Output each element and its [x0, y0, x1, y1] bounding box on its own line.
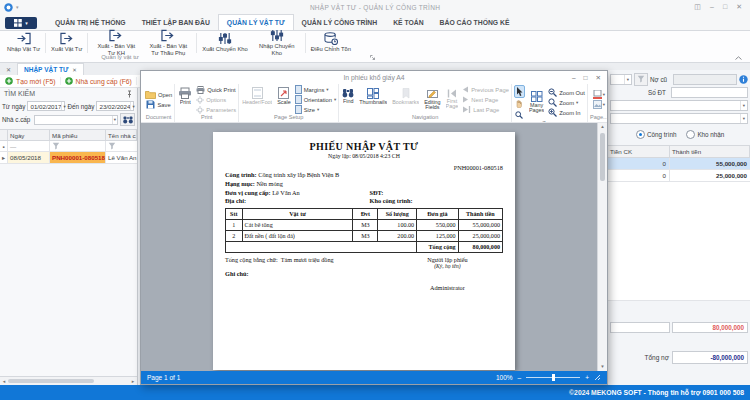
dialog-title-bar[interactable]: In phiếu khổ giấy A4 – □ ✕: [141, 71, 607, 84]
xuat-chuyen-kho-button[interactable]: Xuất Chuyển Kho: [199, 31, 250, 53]
filter-button[interactable]: [634, 73, 648, 86]
zoom-in-button[interactable]: Zoom In: [548, 108, 585, 117]
from-date-input[interactable]: 01/02/2017 ▾: [27, 101, 65, 111]
scale-button[interactable]: Scale: [276, 87, 292, 112]
quick-print-button[interactable]: Quick Print: [196, 85, 236, 94]
scroll-left-icon[interactable]: ◂: [0, 378, 8, 384]
combo-field[interactable]: ▾: [610, 74, 632, 85]
chevron-down-icon[interactable]: ▾: [61, 102, 66, 110]
zoom-minus-icon[interactable]: –: [518, 374, 522, 381]
ribbon-tab-bao-cao-thong-ke[interactable]: BÁO CÁO THỐNG KÊ: [432, 15, 518, 30]
zoom-out-button[interactable]: Zoom Out: [548, 88, 585, 97]
info-icon[interactable]: [739, 75, 748, 84]
filter-cell[interactable]: [50, 141, 106, 151]
horizontal-scrollbar[interactable]: ◂ ▸: [0, 376, 137, 385]
column-header-thanh-tien[interactable]: Thành tiền: [670, 146, 750, 157]
column-header-tien-ck[interactable]: Tiền CK: [608, 146, 670, 157]
page-color-button[interactable]: ▾: [593, 90, 605, 99]
dialog-launcher-icon[interactable]: [370, 55, 375, 60]
margins-button[interactable]: Margins▾: [295, 85, 337, 94]
xuat-ban-vat-tu-kh-button[interactable]: Xuất - Bán Vật Tư KH: [90, 28, 142, 56]
header-footer-button[interactable]: Header/Footer: [241, 87, 273, 112]
column-header-ten-nha-cc[interactable]: Tên nhà c.c: [106, 130, 137, 140]
thumbnails-button[interactable]: Thumbnails: [358, 88, 388, 112]
cell-code[interactable]: PNH00001-080518: [50, 152, 106, 163]
style-icon[interactable]: ◫: [694, 3, 701, 11]
radio-kho-nhan[interactable]: [686, 130, 695, 139]
many-pages-button[interactable]: Many Pages: [528, 91, 545, 115]
ribbon-tab-quan-ly-cong-trinh[interactable]: QUẢN LÝ CÔNG TRÌNH: [294, 15, 386, 30]
ribbon-tab-quan-ly-vat-tu[interactable]: QUẢN LÝ VẬT TƯ: [218, 14, 294, 30]
zoom-button[interactable]: Zoom▾: [548, 98, 585, 107]
minimize-icon[interactable]: –: [572, 74, 576, 81]
save-button[interactable]: Save: [146, 100, 170, 109]
orientation-button[interactable]: Orientation▾: [295, 95, 337, 104]
find-button[interactable]: Find: [341, 88, 355, 111]
vertical-scrollbar[interactable]: ▲ ▼: [597, 123, 607, 371]
cell-date[interactable]: 08/05/2018: [8, 152, 50, 163]
cell-thanh-tien[interactable]: 55,000,000: [670, 158, 750, 169]
cell-tien-ck[interactable]: 0: [608, 158, 670, 169]
column-header-ma-phieu[interactable]: Mã phiếu: [50, 130, 106, 140]
close-icon[interactable]: ✕: [72, 67, 77, 73]
cell-thanh-tien[interactable]: 25,000,000: [670, 170, 750, 181]
collapse-ribbon-icon[interactable]: [735, 56, 742, 60]
scroll-up-icon[interactable]: ▲: [598, 123, 607, 131]
maximize-icon[interactable]: □: [584, 74, 588, 81]
previous-page-button[interactable]: Previous Page: [462, 85, 509, 94]
scroll-down-icon[interactable]: ▼: [598, 363, 607, 371]
maximize-icon[interactable]: □: [723, 3, 727, 11]
pointer-tool-button[interactable]: [514, 85, 525, 98]
scroll-right-icon[interactable]: ▸: [129, 378, 137, 384]
close-icon[interactable]: ✕: [596, 74, 601, 82]
xuat-vat-tu-button[interactable]: Xuất Vật Tư: [48, 31, 85, 53]
search-button[interactable]: [120, 113, 135, 126]
scrollbar-thumb[interactable]: [600, 133, 605, 181]
chevron-down-icon[interactable]: ▾: [112, 116, 117, 124]
dieu-chinh-ton-button[interactable]: Điều Chỉnh Tồn: [308, 31, 354, 53]
column-header-ngay[interactable]: Ngày: [8, 130, 50, 140]
resize-grip-icon[interactable]: [594, 374, 601, 381]
combo-field[interactable]: ▾: [610, 113, 748, 124]
size-button[interactable]: Size▾: [295, 105, 337, 114]
close-tab-icon[interactable]: ✕: [6, 66, 11, 73]
tao-moi-button[interactable]: Tạo mới (F5): [5, 77, 61, 85]
watermark-button[interactable]: ▾: [593, 100, 605, 109]
zoom-plus-icon[interactable]: +: [585, 374, 589, 381]
bookmarks-button[interactable]: Bookmarks: [391, 88, 420, 112]
table-row[interactable]: 0 25,000,000: [608, 170, 750, 182]
next-page-button[interactable]: Next Page: [462, 95, 509, 104]
minimize-icon[interactable]: –: [710, 3, 714, 11]
slider-thumb[interactable]: [552, 374, 555, 381]
pin-icon[interactable]: [126, 90, 133, 98]
magnifier-tool-button[interactable]: [514, 110, 525, 120]
print-button[interactable]: Print: [177, 87, 193, 112]
open-button[interactable]: Open: [145, 90, 172, 99]
close-icon[interactable]: ✕: [736, 3, 742, 11]
to-date-input[interactable]: 23/02/2024 ▾: [96, 101, 134, 111]
nha-cung-cap-button[interactable]: Nhà cung cấp (F6): [65, 77, 137, 85]
supplier-combo[interactable]: ▾: [34, 115, 118, 125]
last-page-button[interactable]: Last Page: [462, 105, 509, 114]
parameters-button[interactable]: Parameters: [196, 105, 236, 114]
scrollbar-thumb[interactable]: [8, 379, 94, 383]
sdt-field[interactable]: [671, 87, 748, 98]
radio-cong-trinh[interactable]: [636, 130, 645, 139]
editing-fields-button[interactable]: Editing Fields: [423, 88, 441, 112]
nhap-vat-tu-button[interactable]: Nhập Vật Tư: [4, 31, 43, 53]
zoom-slider[interactable]: [526, 377, 580, 379]
grid-filter-row[interactable]: ▪ —: [0, 141, 137, 152]
table-row[interactable]: 0 55,000,000: [608, 158, 750, 170]
combo-field[interactable]: ▾: [610, 100, 748, 111]
filter-cell[interactable]: —: [8, 141, 50, 151]
chevron-down-icon[interactable]: ▾: [130, 102, 135, 110]
app-menu-button[interactable]: ▾: [5, 17, 37, 29]
hand-tool-button[interactable]: [514, 99, 525, 109]
cell-supplier[interactable]: Lê Văn An: [106, 152, 137, 163]
table-row[interactable]: ▸ 08/05/2018 PNH00001-080518 Lê Văn An: [0, 152, 137, 164]
ribbon-tab-ke-toan[interactable]: KẾ TOÁN: [385, 15, 431, 30]
cell-tien-ck[interactable]: 0: [608, 170, 670, 181]
first-page-button[interactable]: First Page: [445, 89, 460, 111]
filter-cell[interactable]: [106, 141, 137, 151]
tab-nhap-vat-tu[interactable]: NHẬP VẬT TƯ ✕: [17, 63, 84, 75]
